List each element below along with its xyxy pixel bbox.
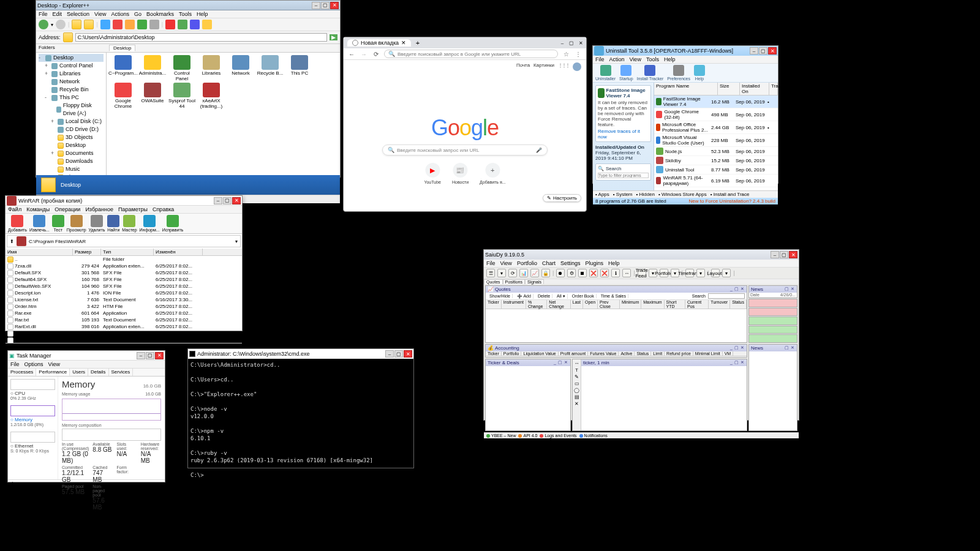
chart-tool[interactable]: ▭: [575, 381, 579, 386]
tab-quotes[interactable]: Quotes: [484, 279, 503, 284]
toolbar-uninstaller[interactable]: Uninstaller: [595, 65, 616, 81]
menu-view[interactable]: View: [630, 56, 641, 62]
desktop-icon[interactable]: Control Panel: [168, 55, 196, 81]
menu-file[interactable]: File: [10, 361, 20, 367]
filter-tab[interactable]: • System: [613, 192, 633, 197]
col-header[interactable]: Изменён: [154, 249, 203, 255]
tool-icon[interactable]: [190, 20, 200, 29]
filter-control[interactable]: Order Book: [570, 294, 597, 298]
col-header[interactable]: Maximum: [641, 300, 664, 309]
col-header[interactable]: Тип: [101, 249, 154, 255]
close-tab-icon[interactable]: ✕: [401, 40, 406, 46]
toolbar-button[interactable]: Добавить: [8, 215, 27, 232]
tab-services[interactable]: Services: [109, 369, 134, 376]
maximize-button[interactable]: ▢: [223, 197, 232, 204]
menu-view[interactable]: View: [94, 11, 106, 17]
menu-selection[interactable]: Selection: [67, 11, 89, 17]
up-icon[interactable]: ⬆: [10, 239, 14, 244]
filter-tab[interactable]: • Windows Store Apps: [658, 192, 707, 197]
close-button[interactable]: ✕: [155, 352, 164, 359]
maximize-button[interactable]: ▢: [759, 47, 767, 54]
sell-tile[interactable]: [748, 299, 797, 307]
cmd-output[interactable]: C:\Users\Administrator>cd.. C:\Users>cd.…: [188, 359, 413, 481]
min-icon[interactable]: _: [553, 360, 557, 365]
toolbar-preferences[interactable]: Preferences: [667, 65, 690, 81]
search-input[interactable]: [708, 293, 745, 299]
cmd-titlebar[interactable]: Administrator: C:\Windows\system32\cmd.e…: [188, 349, 413, 359]
col-header[interactable]: Limit: [651, 351, 665, 356]
star-icon[interactable]: [202, 20, 212, 29]
program-row[interactable]: Microsoft Visual Studio Code (User)228 M…: [654, 134, 778, 147]
toolbar-startup[interactable]: Startup: [619, 65, 633, 81]
chrome-tab[interactable]: Новая вкладка ✕: [347, 39, 411, 47]
toolbar-install-tracker[interactable]: Install Tracker: [637, 65, 664, 81]
force-remove-link[interactable]: Remove traces of it now: [598, 129, 649, 140]
buy-tile[interactable]: [748, 317, 797, 325]
explorer-tab[interactable]: Desktop: [109, 45, 135, 51]
menu-go[interactable]: Go: [134, 11, 141, 17]
tool-icon[interactable]: [100, 20, 110, 29]
reload-icon[interactable]: ⟳: [372, 50, 380, 58]
col-header[interactable]: Status: [635, 351, 651, 356]
expand-icon[interactable]: ▢: [784, 345, 790, 351]
program-row[interactable]: WinRAR 5.71 (64-разрядная)6.19 MBSep 06,…: [654, 174, 778, 187]
menu-portfolio[interactable]: Portfolio: [517, 260, 537, 266]
tool-icon[interactable]: [149, 20, 159, 29]
tree-item[interactable]: +Local Disk (C:): [39, 118, 104, 126]
min-icon[interactable]: _: [729, 287, 733, 292]
maximize-button[interactable]: ▢: [321, 2, 330, 9]
tab-performance[interactable]: Performance: [36, 369, 70, 376]
col-header[interactable]: Minimum: [620, 300, 641, 309]
program-row[interactable]: Google Chrome (32-bit)498 MBSep 06, 2019: [654, 108, 778, 121]
shortcut-tile[interactable]: 📰Новости: [452, 163, 469, 184]
meta-link[interactable]: Почта: [516, 62, 530, 71]
trade-titlebar[interactable]: SaiuDy 9.19.0.5 – ▢ ✕: [484, 250, 799, 260]
col-header[interactable]: Open: [583, 300, 598, 309]
tab-signals[interactable]: Signals: [525, 279, 544, 284]
tab-positions[interactable]: Positions: [503, 279, 525, 284]
col-header[interactable]: Minimal Limit: [693, 351, 723, 356]
menu-edit[interactable]: Edit: [53, 11, 62, 17]
tab-users[interactable]: Users: [70, 369, 88, 376]
file-row[interactable]: Order.htm3 422HTM File6/25/2017 8:02...: [6, 303, 242, 310]
go-button[interactable]: ▶: [330, 34, 337, 40]
menu-actions[interactable]: Actions: [111, 11, 129, 17]
back-icon[interactable]: ←: [347, 50, 356, 58]
col-header[interactable]: Prev Close: [598, 300, 620, 309]
col-header[interactable]: Turnover: [709, 300, 730, 309]
chart-tool[interactable]: ▤: [575, 394, 579, 400]
tree-item[interactable]: CD Drive (D:): [39, 126, 104, 133]
menu-item[interactable]: Избранное: [85, 206, 113, 212]
tree-item[interactable]: +Documents: [39, 149, 104, 157]
omnibox[interactable]: 🔍 Введите поисковый запрос в Google или …: [384, 50, 558, 58]
explorer-titlebar[interactable]: Desktop - Explorer++ – ▢ ✕: [36, 1, 340, 10]
col-header[interactable]: Status: [730, 300, 747, 309]
filter-control[interactable]: Show/Hide: [488, 294, 513, 298]
tree-item[interactable]: Floppy Disk Drive (A:): [39, 102, 104, 118]
menu-tools[interactable]: Tools: [646, 56, 659, 62]
toolbar-button[interactable]: Тест: [52, 215, 64, 232]
desktop-icon[interactable]: Recycle B...: [256, 55, 284, 81]
toolbar-item[interactable]: 📊: [519, 269, 528, 277]
tree-item[interactable]: +Libraries: [39, 70, 104, 78]
toolbar-item[interactable]: Timeframe: [685, 269, 694, 277]
expand-icon[interactable]: ▢: [784, 287, 790, 292]
col-header[interactable]: Имя: [6, 249, 73, 255]
program-row[interactable]: Microsoft Office Professional Plus 2...2…: [654, 121, 778, 134]
filter-tab[interactable]: • Apps: [595, 192, 609, 197]
toolbar-item[interactable]: ☰: [486, 269, 495, 277]
col-header[interactable]: Portfolio: [502, 351, 522, 356]
close-button[interactable]: ✕: [768, 47, 777, 54]
toolbar-item[interactable]: Layouts: [711, 269, 720, 277]
fwd-icon[interactable]: →: [360, 50, 368, 58]
col-header[interactable]: Net Change: [547, 300, 570, 309]
minimize-button[interactable]: –: [385, 350, 394, 358]
menu-options[interactable]: Options: [24, 361, 43, 367]
chart-tool[interactable]: ↔: [575, 361, 579, 366]
new-tab-button[interactable]: +: [413, 39, 422, 47]
maximize-button[interactable]: ▢: [146, 352, 154, 359]
desktop-icon[interactable]: Network: [227, 55, 255, 81]
file-row[interactable]: DefaultWeb.SFX104 960SFX File6/25/2017 8…: [6, 283, 242, 290]
menu-file[interactable]: File: [39, 11, 48, 17]
file-row[interactable]: Rar.exe601 664Application6/25/2017 8:02.…: [6, 310, 242, 317]
